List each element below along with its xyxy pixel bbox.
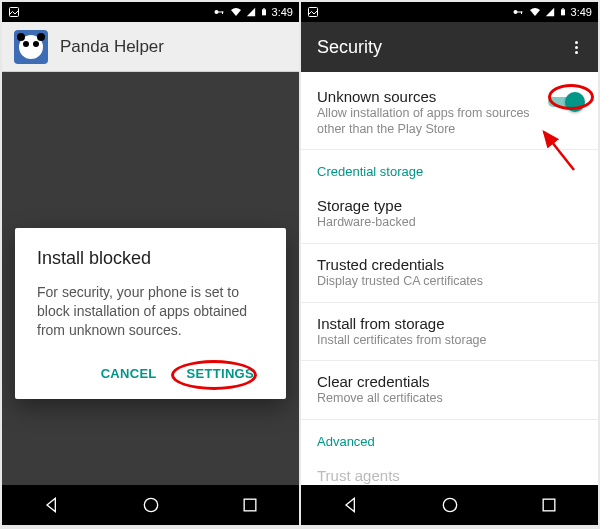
battery-icon — [260, 6, 268, 18]
svg-point-1 — [214, 10, 218, 14]
recents-icon[interactable] — [539, 495, 559, 515]
wifi-icon — [529, 6, 541, 18]
dialog-body: For security, your phone is set to block… — [37, 283, 264, 340]
install-storage-sub: Install certificates from storage — [317, 333, 582, 349]
svg-rect-11 — [521, 12, 522, 15]
storage-type-row[interactable]: Storage type Hardware-backed — [301, 185, 598, 244]
trust-agents-title: Trust agents — [317, 467, 582, 484]
recents-icon[interactable] — [240, 495, 260, 515]
svg-rect-3 — [222, 12, 223, 15]
app-bar: Panda Helper — [2, 22, 299, 72]
svg-rect-16 — [543, 499, 555, 511]
signal-icon — [246, 6, 256, 18]
storage-type-sub: Hardware-backed — [317, 215, 582, 231]
navigation-bar — [2, 485, 299, 525]
unknown-sources-toggle[interactable] — [548, 94, 582, 110]
home-icon[interactable] — [440, 495, 460, 515]
install-blocked-dialog: Install blocked For security, your phone… — [15, 228, 286, 399]
back-icon[interactable] — [42, 495, 62, 515]
key-icon — [511, 6, 525, 18]
status-bar: 3:49 — [2, 2, 299, 22]
navigation-bar — [301, 485, 598, 525]
unknown-sources-title: Unknown sources — [317, 88, 540, 105]
wifi-icon — [230, 6, 242, 18]
battery-icon — [559, 6, 567, 18]
left-phone: 3:49 Panda Helper Install blocked For se… — [2, 2, 299, 525]
clear-title: Clear credentials — [317, 373, 582, 390]
svg-rect-7 — [244, 499, 256, 511]
status-bar: 3:49 — [301, 2, 598, 22]
svg-rect-13 — [562, 8, 564, 9]
back-icon[interactable] — [341, 495, 361, 515]
install-storage-title: Install from storage — [317, 315, 582, 332]
trusted-credentials-row[interactable]: Trusted credentials Display trusted CA c… — [301, 244, 598, 303]
trusted-title: Trusted credentials — [317, 256, 582, 273]
svg-point-9 — [513, 10, 517, 14]
status-time: 3:49 — [571, 6, 592, 18]
clear-sub: Remove all certificates — [317, 391, 582, 407]
status-time: 3:49 — [272, 6, 293, 18]
right-phone: 3:49 Security Unknown sources Allow inst… — [301, 2, 598, 525]
key-icon — [212, 6, 226, 18]
svg-rect-12 — [561, 9, 565, 15]
dialog-title: Install blocked — [37, 248, 264, 269]
storage-type-title: Storage type — [317, 197, 582, 214]
credential-storage-header: Credential storage — [301, 150, 598, 185]
app-title: Panda Helper — [60, 37, 164, 57]
cancel-button[interactable]: CANCEL — [91, 358, 167, 389]
home-icon[interactable] — [141, 495, 161, 515]
svg-rect-5 — [263, 8, 265, 9]
install-from-storage-row[interactable]: Install from storage Install certificate… — [301, 303, 598, 362]
panda-helper-icon — [14, 30, 48, 64]
security-title: Security — [317, 37, 382, 58]
svg-point-6 — [144, 498, 157, 511]
advanced-header: Advanced — [301, 420, 598, 455]
unknown-sources-sub: Allow installation of apps from sources … — [317, 106, 540, 137]
svg-rect-4 — [262, 9, 266, 15]
trusted-sub: Display trusted CA certificates — [317, 274, 582, 290]
settings-button[interactable]: SETTINGS — [177, 358, 264, 389]
clear-credentials-row[interactable]: Clear credentials Remove all certificate… — [301, 361, 598, 420]
settings-list: Unknown sources Allow installation of ap… — [301, 72, 598, 485]
dialog-actions: CANCEL SETTINGS — [37, 358, 264, 389]
unknown-sources-row[interactable]: Unknown sources Allow installation of ap… — [301, 76, 598, 150]
overflow-menu-icon[interactable] — [571, 37, 582, 58]
svg-point-15 — [443, 498, 456, 511]
image-icon — [307, 6, 319, 18]
signal-icon — [545, 6, 555, 18]
security-app-bar: Security — [301, 22, 598, 72]
trust-agents-row[interactable]: Trust agents — [301, 455, 598, 485]
image-icon — [8, 6, 20, 18]
app-body: Install blocked For security, your phone… — [2, 72, 299, 485]
